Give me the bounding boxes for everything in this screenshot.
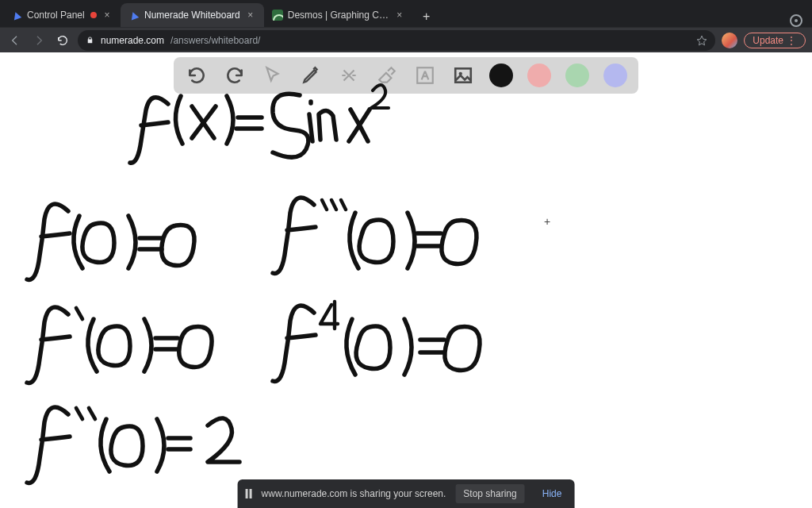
address-bar[interactable]: numerade.com/answers/whiteboard/ [78, 30, 715, 51]
lock-icon [86, 36, 94, 44]
reload-button[interactable] [54, 32, 71, 49]
new-tab-button[interactable]: + [416, 6, 437, 27]
chrome-account-icon[interactable] [790, 14, 802, 27]
tab-strip: Control Panel × Numerade Whiteboard × De… [0, 0, 812, 27]
tab-title: Numerade Whiteboard [144, 10, 240, 21]
pause-icon [246, 489, 252, 498]
url-host: numerade.com [101, 35, 164, 46]
update-button[interactable]: Update ⋮ [744, 33, 806, 48]
whiteboard-page: + www.numerade.com is sharing your scree… [0, 52, 812, 508]
triangle-icon [11, 10, 22, 21]
hide-share-bar-button[interactable]: Hide [534, 484, 570, 503]
screen-share-bar: www.numerade.com is sharing your screen.… [238, 479, 575, 508]
desmos-icon [272, 10, 283, 21]
tab-numerade-whiteboard[interactable]: Numerade Whiteboard × [121, 3, 264, 27]
close-tab-button[interactable]: × [394, 10, 405, 21]
triangle-icon [128, 10, 140, 21]
cursor-crosshair-icon: + [544, 215, 550, 228]
update-label: Update [753, 35, 783, 46]
tab-control-panel[interactable]: Control Panel × [3, 3, 121, 27]
kebab-menu-icon[interactable]: ⋮ [787, 35, 797, 46]
bookmark-star-icon[interactable] [696, 35, 707, 46]
stop-sharing-button[interactable]: Stop sharing [455, 484, 524, 503]
back-button[interactable] [6, 32, 24, 49]
close-tab-button[interactable]: × [245, 10, 256, 21]
address-row: numerade.com/answers/whiteboard/ Update … [0, 27, 812, 52]
recording-indicator-icon [90, 12, 97, 18]
tab-title: Control Panel [27, 10, 86, 21]
whiteboard-canvas[interactable]: + [0, 52, 812, 508]
tab-title: Desmos | Graphing Calculator [288, 10, 389, 21]
forward-button[interactable] [30, 32, 48, 49]
tab-desmos[interactable]: Desmos | Graphing Calculator × [264, 3, 413, 27]
share-message: www.numerade.com is sharing your screen. [262, 488, 446, 499]
close-tab-button[interactable]: × [102, 10, 113, 21]
handwriting-ink [0, 52, 812, 508]
url-path: /answers/whiteboard/ [170, 35, 260, 46]
browser-chrome: Control Panel × Numerade Whiteboard × De… [0, 0, 812, 52]
profile-avatar[interactable] [722, 33, 737, 48]
